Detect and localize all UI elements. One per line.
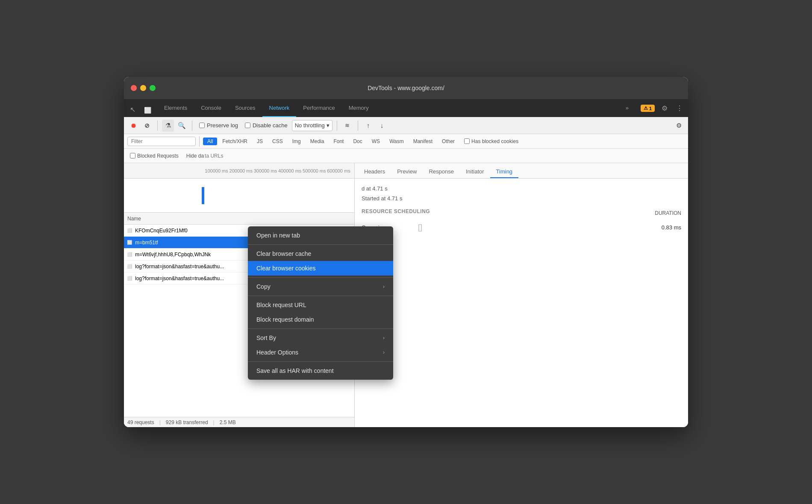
status-sep-2: |: [213, 419, 215, 425]
filter-chip-ws[interactable]: WS: [368, 138, 384, 145]
upload-icon[interactable]: ↑: [362, 120, 374, 132]
tab-headers[interactable]: Headers: [358, 166, 391, 178]
filter-chip-manifest[interactable]: Manifest: [409, 138, 437, 145]
settings-icon[interactable]: ⚙: [660, 103, 669, 114]
ctx-header-options[interactable]: Header Options ›: [248, 345, 393, 360]
mobile-icon[interactable]: ⬜: [141, 103, 154, 117]
tab-elements[interactable]: Elements: [157, 99, 194, 117]
more-options-icon[interactable]: ⋮: [674, 103, 685, 114]
filter-input[interactable]: [127, 137, 196, 146]
tab-initiator[interactable]: Initiator: [460, 166, 490, 178]
timeline-label-2: 200000 ms: [229, 168, 253, 173]
record-button[interactable]: ⏺: [127, 120, 139, 132]
has-blocked-cookies-input[interactable]: [464, 138, 470, 144]
ctx-open-new-tab[interactable]: Open in new tab: [248, 228, 393, 243]
throttle-arrow: ▾: [327, 122, 330, 129]
doc-icon-1: ⬜: [126, 227, 133, 234]
ctx-header-options-label: Header Options: [256, 349, 298, 356]
filter-chip-all[interactable]: All: [203, 138, 217, 145]
throttle-dropdown[interactable]: No throttling ▾: [292, 120, 332, 131]
context-menu: Open in new tab Clear browser cache Clea…: [248, 226, 393, 380]
transferred-size: 929 kB transferred: [166, 419, 208, 425]
blocked-requests-input[interactable]: [130, 153, 135, 158]
cursor-icon[interactable]: ↖: [127, 102, 138, 117]
timing-section: d at 4.71 s Started at 4.71 s: [362, 185, 681, 202]
filter-chip-font[interactable]: Font: [329, 138, 348, 145]
timeline-label-4: 400000 ms: [278, 168, 302, 173]
network-settings-icon[interactable]: ⚙: [673, 120, 685, 132]
devtools-body: ↖ ⬜ Elements Console Sources Network Per…: [124, 99, 688, 427]
warning-icon: ⚠: [644, 105, 648, 111]
more-tabs-btn[interactable]: »: [619, 101, 635, 115]
filter-chip-img[interactable]: Img: [288, 138, 305, 145]
timing-header-row: Resource Scheduling DURATION: [362, 208, 681, 218]
ctx-sort-by-label: Sort By: [256, 334, 276, 341]
clear-button[interactable]: ⊘: [141, 120, 153, 132]
tab-performance[interactable]: Performance: [296, 99, 341, 117]
minimize-button[interactable]: [140, 85, 146, 91]
network-toolbar: ⏺ ⊘ ⚗ 🔍 Preserve log Disable cache No th…: [124, 117, 688, 134]
filter-separator: [199, 136, 200, 147]
filter-chip-fetch[interactable]: Fetch/XHR: [218, 138, 252, 145]
filter-icon[interactable]: ⚗: [162, 120, 174, 132]
toolbar-separator-4: [358, 120, 358, 131]
preserve-log-label: Preserve log: [207, 122, 238, 129]
status-sep-1: |: [159, 419, 161, 425]
detail-tabs: Headers Preview Response Initiator Timin…: [355, 163, 688, 179]
filter-chip-other[interactable]: Other: [438, 138, 459, 145]
download-icon[interactable]: ↓: [376, 120, 388, 132]
tab-timing[interactable]: Timing: [490, 166, 519, 178]
detail-content: d at 4.71 s Started at 4.71 s Resource S…: [355, 179, 688, 427]
list-name-header: Name: [124, 213, 354, 225]
timeline-label-5: 500000 ms: [302, 168, 327, 173]
doc-icon-5: ⬜: [126, 275, 133, 282]
timeline-label-3: 300000 ms: [253, 168, 277, 173]
window-title: DevTools - www.google.com/: [368, 85, 444, 91]
requests-count: 49 requests: [127, 419, 154, 425]
ctx-block-domain[interactable]: Block request domain: [248, 312, 393, 327]
ctx-sort-by[interactable]: Sort By ›: [248, 331, 393, 345]
toolbar-separator-2: [192, 120, 192, 131]
preserve-log-input[interactable]: [199, 123, 205, 128]
maximize-button[interactable]: [150, 85, 156, 91]
ctx-clear-cookies[interactable]: Clear browser cookies: [248, 261, 393, 275]
preserve-log-checkbox[interactable]: Preserve log: [197, 122, 241, 129]
traffic-lights: [131, 85, 156, 91]
ctx-header-options-arrow: ›: [383, 349, 385, 355]
toolbar-separator-3: [337, 120, 337, 131]
filter-chip-js[interactable]: JS: [253, 138, 267, 145]
tab-console[interactable]: Console: [194, 99, 228, 117]
has-blocked-cookies-checkbox[interactable]: Has blocked cookies: [464, 138, 518, 144]
ctx-save-har[interactable]: Save all as HAR with content: [248, 363, 393, 378]
filter-chip-wasm[interactable]: Wasm: [385, 138, 408, 145]
devtools-window: DevTools - www.google.com/ ↖ ⬜ Elements …: [124, 77, 688, 427]
ctx-sep-3: [248, 296, 393, 296]
throttle-label: No throttling: [295, 122, 325, 129]
ctx-block-url[interactable]: Block request URL: [248, 298, 393, 312]
tab-network[interactable]: Network: [262, 99, 297, 117]
filter-data-urls-label: Hide da: [186, 153, 204, 159]
close-button[interactable]: [131, 85, 137, 91]
disable-cache-input[interactable]: [245, 123, 250, 128]
started-label-2: Started at 4.71 s: [362, 195, 402, 202]
timeline-label-1: 100000 ms: [204, 168, 229, 173]
filter-chip-doc[interactable]: Doc: [349, 138, 366, 145]
tab-sources[interactable]: Sources: [228, 99, 262, 117]
tab-memory[interactable]: Memory: [342, 99, 376, 117]
notification-badge[interactable]: ⚠ 1: [641, 105, 655, 112]
resource-scheduling-label: Resource Scheduling: [362, 208, 430, 214]
blocked-requests-checkbox[interactable]: Blocked Requests: [130, 153, 179, 159]
ctx-copy[interactable]: Copy ›: [248, 279, 393, 294]
tab-preview[interactable]: Preview: [391, 166, 423, 178]
filter-chip-css[interactable]: CSS: [268, 138, 287, 145]
timing-started-1: d at 4.71 s: [362, 185, 681, 192]
img-icon-3: ⬜: [126, 251, 133, 258]
tab-response[interactable]: Response: [423, 166, 460, 178]
filter-chip-media[interactable]: Media: [306, 138, 329, 145]
disable-cache-checkbox[interactable]: Disable cache: [242, 122, 290, 129]
doc-icon-4: ⬜: [126, 263, 133, 270]
timeline-bar-area: [124, 179, 354, 213]
ctx-clear-cache[interactable]: Clear browser cache: [248, 246, 393, 261]
search-icon[interactable]: 🔍: [176, 120, 188, 132]
right-panel: Headers Preview Response Initiator Timin…: [355, 163, 688, 427]
